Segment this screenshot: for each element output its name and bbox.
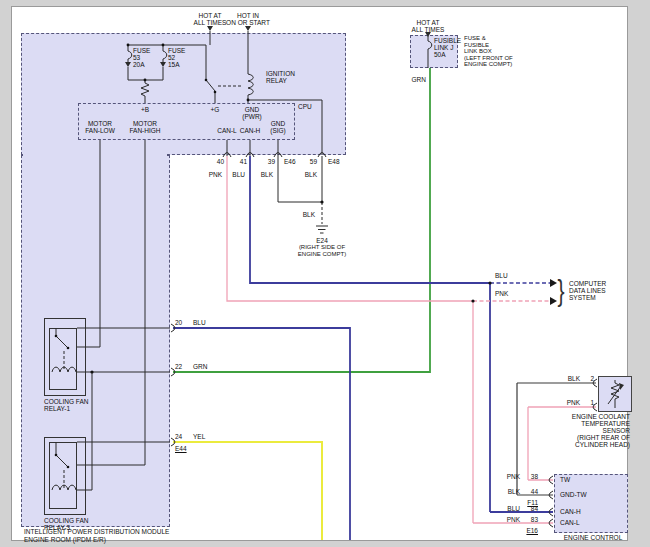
connector-e44: E44 (175, 445, 187, 452)
wire-label-pnk-83: PNK (502, 516, 520, 523)
wiring-diagram: HOT ATALL TIMES HOT INON OR START HOT AT… (0, 0, 650, 547)
fuse52-element (163, 51, 167, 59)
arrow-down-hot-in (245, 26, 251, 31)
dashed-black-wires (64, 86, 322, 488)
ect-pin-2: 2 (584, 375, 594, 382)
wire-label-blk-ect: BLK (562, 375, 580, 382)
wire-label-blk-59: BLK (299, 171, 317, 178)
wire-label-pnk-ect: PNK (562, 399, 580, 406)
pin-20: 20 (175, 319, 182, 326)
wire-label-blu-datalink: BLU (495, 272, 508, 279)
wire-label-pnk-canl: PNK (204, 171, 222, 178)
resistor-symbol (141, 83, 149, 96)
hot-in-label: HOT INON OR START (221, 12, 275, 26)
ipdm-caption-line1: INTELLIGENT POWER DISTRIBUTION MODULE (24, 528, 169, 535)
cpu-label: CPU (298, 103, 312, 110)
computer-data-lines-label: COMPUTERDATA LINESSYSTEM (569, 280, 606, 301)
ecm-pin-can-h: CAN-H (560, 508, 581, 515)
ignition-relay-coil (248, 70, 253, 96)
connector-brackets (171, 153, 597, 528)
fuse-box-location-note: FUSE &FUSIBLELINK BOX(LEFT FRONT OFENGIN… (464, 35, 513, 68)
ecm-pin-gnd-tw: GND-TW (560, 491, 587, 498)
cooling-fan-relay1-label: COOLING FANRELAY-1 (44, 398, 88, 412)
fusible-link-element (428, 41, 432, 49)
hot-at-right-label: HOT ATALL TIMES (404, 19, 452, 33)
pin-39: 39 (257, 158, 275, 165)
ect-sensor-name: ENGINE COOLANTTEMPERATURESENSOR(RIGHT RE… (546, 413, 630, 448)
pin-22: 22 (175, 363, 182, 370)
cpu-pin-motor-fan-low: MOTORFAN-LOW (80, 120, 120, 134)
fuse53-label: FUSE5320A (133, 47, 150, 68)
wire-label-blu-20: BLU (193, 319, 206, 326)
ecm-pin-tw: TW (560, 476, 570, 483)
cpu-pin-gnd-pwr: GND(PWR) (238, 106, 266, 120)
black-wires (56, 31, 428, 490)
ground-location: (RIGHT SIDE OFENGINE COMPT) (294, 244, 350, 257)
data-lines-brace: } (558, 276, 565, 306)
thermistor-arrowhead (619, 383, 624, 390)
cpu-pin-plus-b: +B (137, 106, 153, 113)
wire-label-pnk-38: PNK (502, 473, 520, 480)
cpu-pin-can-h: CAN-H (236, 127, 264, 134)
wire-label-pnk-datalink: PNK (495, 290, 508, 297)
junction-dots (55, 44, 492, 469)
ground-symbol-e24 (316, 226, 328, 233)
fuse52-label: FUSE5215A (168, 47, 185, 68)
thermistor-symbol (608, 380, 621, 408)
fuse53-element (128, 51, 132, 59)
connector-e46: E46 (284, 158, 296, 165)
wire-pnk-can-l (227, 156, 596, 523)
wire-label-grn: GRN (406, 76, 426, 83)
arrow-down-hot-at (207, 26, 213, 31)
connector-e48: E48 (328, 158, 340, 165)
wire-label-blk-44: BLK (502, 488, 520, 495)
ecm-pin-38: 38 (524, 473, 538, 480)
wire-layer (0, 0, 650, 547)
arrow-down-fuse53 (125, 62, 131, 67)
wire-label-yel-24: YEL (193, 433, 205, 440)
wire-grn-battery (173, 68, 430, 372)
arrow-right-blu-datalink (550, 279, 557, 287)
ground-id-e24: E24 (308, 237, 336, 244)
arrow-right-pnk-datalink (550, 297, 557, 305)
wire-label-blu-canh: BLU (227, 171, 245, 178)
ecm-pin-44: 44 (524, 488, 538, 495)
wire-label-grn-22: GRN (193, 363, 207, 370)
pin-41: 41 (229, 158, 247, 165)
wire-label-blk-ground: BLK (297, 211, 315, 218)
pin-59: 59 (299, 158, 317, 165)
wire-label-blu-84: BLU (502, 505, 520, 512)
wire-yel-fan-high (173, 442, 322, 540)
ecm-pin-can-l: CAN-L (560, 519, 580, 526)
wire-label-blk-39: BLK (255, 171, 273, 178)
fusible-link-label: FUSIBLELINK J50A (434, 37, 461, 58)
ecm-caption: ENGINE CONTROL (558, 534, 628, 541)
cpu-pin-motor-fan-high: MOTORFAN-HIGH (125, 120, 165, 134)
connector-e16: E16 (524, 527, 538, 534)
ipdm-caption-line2: ENGINE ROOM (IPDM E/R) (24, 536, 106, 543)
cpu-pin-gnd-sig: GND(SIG) (264, 120, 292, 134)
ecm-pin-84: 84 (524, 505, 538, 512)
ignition-relay-label: IGNITIONRELAY (266, 70, 295, 84)
arrow-down-fuse52 (160, 62, 166, 67)
ect-pin-1: 1 (584, 399, 594, 406)
wire-blu-can-h (250, 156, 553, 512)
ecm-pin-83: 83 (524, 516, 538, 523)
cpu-pin-plus-g: +G (207, 106, 223, 113)
pin-24: 24 (175, 433, 182, 440)
pin-40: 40 (206, 158, 224, 165)
